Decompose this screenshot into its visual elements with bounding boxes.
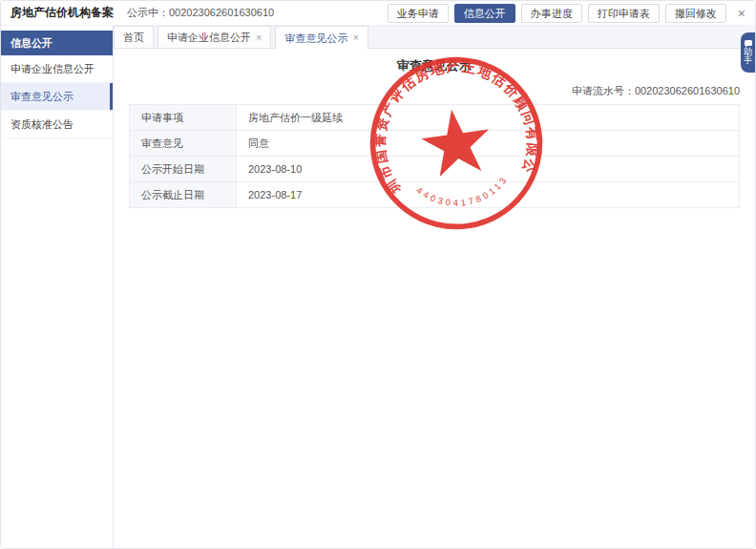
row-value: 房地产估价一级延续 <box>237 105 740 131</box>
main-column: 首页 申请企业信息公开 × 审查意见公示 × 审查意见公示 申请流水号：0020… <box>114 26 755 549</box>
business-apply-button[interactable]: 业务申请 <box>388 4 449 23</box>
sidebar-item-review-opinion[interactable]: 审查意见公示 <box>1 83 113 111</box>
application-serial-label: 申请流水号： <box>572 85 635 96</box>
publicity-serial-text: 公示中：002023062601630610 <box>127 6 274 20</box>
row-label: 审查意见 <box>130 131 237 157</box>
table-row: 公示开始日期 2023-08-10 <box>130 157 740 182</box>
tab-close-icon[interactable]: × <box>352 32 358 43</box>
body-row: 信息公开 申请企业信息公开 审查意见公示 资质核准公告 首页 申请企业信息公开 … <box>1 26 755 549</box>
table-row: 审查意见 同意 <box>130 131 740 157</box>
tab-close-icon[interactable]: × <box>256 32 262 43</box>
table-row: 申请事项 房地产估价一级延续 <box>130 105 740 131</box>
assistant-label: 助手 <box>744 48 753 65</box>
row-value: 同意 <box>237 131 740 157</box>
row-label: 公示截止日期 <box>130 182 237 208</box>
info-disclosure-button[interactable]: 信息公开 <box>454 4 515 23</box>
tab-home-label: 首页 <box>123 27 144 48</box>
tab-home[interactable]: 首页 <box>114 26 154 48</box>
app-title: 房地产估价机构备案 <box>10 5 114 21</box>
app-window: 房地产估价机构备案 公示中：002023062601630610 业务申请 信息… <box>0 0 756 549</box>
tab-bar: 首页 申请企业信息公开 × 审查意见公示 × <box>114 26 755 49</box>
row-value: 2023-08-10 <box>237 157 740 182</box>
assistant-float-button[interactable]: 助手 <box>741 32 755 73</box>
application-serial: 申请流水号：002023062601630610 <box>114 84 755 98</box>
sidebar: 信息公开 申请企业信息公开 审查意见公示 资质核准公告 <box>1 26 114 549</box>
sidebar-header-info-disclosure: 信息公开 <box>1 31 113 55</box>
withdraw-edit-button[interactable]: 撤回修改 <box>665 4 726 23</box>
table-row: 公示截止日期 2023-08-17 <box>130 182 740 208</box>
sidebar-item-qualification-notice[interactable]: 资质核准公告 <box>1 111 113 138</box>
tab-review-opinion[interactable]: 审查意见公示 × <box>275 26 368 49</box>
content-area: 审查意见公示 申请流水号：002023062601630610 申请事项 房地产… <box>114 49 755 549</box>
chat-bubble-icon <box>745 40 752 46</box>
row-value: 2023-08-17 <box>237 182 740 208</box>
close-icon[interactable]: × <box>738 7 746 20</box>
row-label: 申请事项 <box>130 105 237 131</box>
row-label: 公示开始日期 <box>130 157 237 182</box>
top-header: 房地产估价机构备案 公示中：002023062601630610 业务申请 信息… <box>1 1 755 26</box>
header-actions: 业务申请 信息公开 办事进度 打印申请表 撤回修改 × <box>388 4 746 23</box>
progress-button[interactable]: 办事进度 <box>521 4 582 23</box>
sidebar-item-company-info[interactable]: 申请企业信息公开 <box>1 55 113 83</box>
tab-company-info[interactable]: 申请企业信息公开 × <box>158 26 271 48</box>
page-title: 审查意见公示 <box>114 57 755 74</box>
application-serial-value: 002023062601630610 <box>635 85 740 96</box>
review-info-table: 申请事项 房地产估价一级延续 审查意见 同意 公示开始日期 2023-08-10 <box>129 104 740 208</box>
tab-company-info-label: 申请企业信息公开 <box>167 27 251 48</box>
tab-review-opinion-label: 审查意见公示 <box>284 28 347 49</box>
print-application-button[interactable]: 打印申请表 <box>588 4 660 23</box>
